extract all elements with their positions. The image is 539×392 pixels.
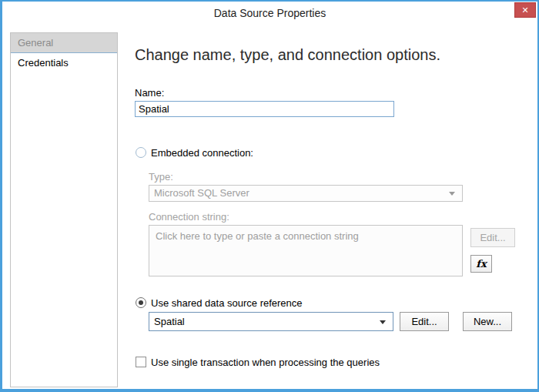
shared-data-source-label: Use shared data source reference bbox=[151, 297, 303, 309]
chevron-down-icon bbox=[380, 320, 386, 324]
expression-fx-button[interactable]: fx bbox=[470, 255, 492, 273]
single-transaction-checkbox[interactable] bbox=[136, 357, 146, 367]
type-dropdown-value: Microsoft SQL Server bbox=[149, 186, 462, 201]
fx-icon: fx bbox=[476, 258, 486, 270]
embedded-connection-radio[interactable] bbox=[136, 147, 146, 158]
connection-string-placeholder: Click here to type or paste a connection… bbox=[156, 230, 359, 242]
type-dropdown: Microsoft SQL Server bbox=[149, 185, 463, 202]
single-transaction-label: Use single transaction when processing t… bbox=[151, 357, 380, 368]
connection-string-input[interactable]: Click here to type or paste a connection… bbox=[149, 225, 463, 276]
name-label: Name: bbox=[135, 87, 164, 99]
name-input[interactable] bbox=[135, 101, 394, 117]
connection-string-label: Connection string: bbox=[149, 211, 229, 223]
new-shared-button[interactable]: New... bbox=[463, 312, 512, 331]
edit-shared-button[interactable]: Edit... bbox=[400, 312, 449, 331]
data-source-properties-dialog: Data Source Properties ✕ General Credent… bbox=[0, 0, 539, 392]
shared-data-source-radio[interactable] bbox=[136, 297, 146, 308]
sidebar-item-general[interactable]: General bbox=[11, 33, 117, 53]
sidebar-item-credentials[interactable]: Credentials bbox=[11, 53, 117, 73]
type-label: Type: bbox=[149, 171, 173, 183]
edit-connection-button: Edit... bbox=[470, 228, 515, 247]
window-title: Data Source Properties bbox=[2, 7, 537, 19]
close-icon: ✕ bbox=[521, 5, 528, 15]
title-bar: Data Source Properties ✕ bbox=[2, 2, 537, 25]
page-list: General Credentials bbox=[10, 32, 118, 387]
edit-shared-button-label: Edit... bbox=[411, 316, 437, 327]
close-button[interactable]: ✕ bbox=[514, 2, 536, 18]
shared-data-source-dropdown[interactable]: Spatial bbox=[149, 312, 393, 331]
sidebar-item-label: General bbox=[18, 37, 53, 49]
page-title: Change name, type, and connection option… bbox=[135, 46, 440, 64]
main-panel: Change name, type, and connection option… bbox=[133, 25, 537, 389]
chevron-down-icon bbox=[449, 192, 455, 196]
embedded-connection-label: Embedded connection: bbox=[151, 147, 253, 159]
shared-data-source-value: Spatial bbox=[149, 313, 393, 330]
edit-connection-button-label: Edit... bbox=[480, 232, 505, 243]
new-shared-button-label: New... bbox=[474, 316, 501, 327]
sidebar-item-label: Credentials bbox=[18, 57, 69, 69]
